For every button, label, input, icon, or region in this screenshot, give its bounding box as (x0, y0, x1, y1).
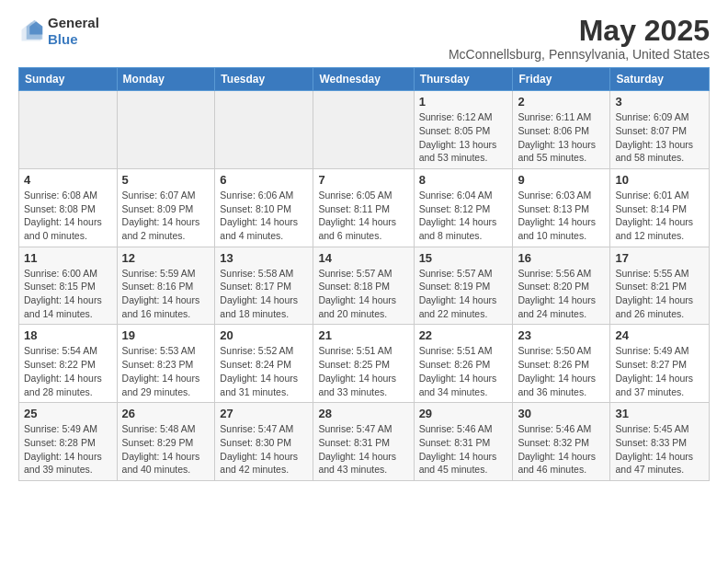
day-info: Sunrise: 5:51 AM Sunset: 8:26 PM Dayligh… (419, 344, 508, 398)
col-header-wednesday: Wednesday (313, 68, 414, 91)
day-cell: 31Sunrise: 5:45 AM Sunset: 8:33 PM Dayli… (610, 403, 710, 481)
week-row-5: 25Sunrise: 5:49 AM Sunset: 8:28 PM Dayli… (19, 403, 710, 481)
day-cell (313, 91, 414, 169)
day-info: Sunrise: 6:07 AM Sunset: 8:09 PM Dayligh… (122, 189, 210, 243)
day-info: Sunrise: 5:47 AM Sunset: 8:31 PM Dayligh… (318, 422, 408, 477)
logo-text: General Blue (48, 15, 99, 47)
day-info: Sunrise: 5:50 AM Sunset: 8:26 PM Dayligh… (518, 344, 605, 398)
subtitle: McConnellsburg, Pennsylvania, United Sta… (449, 47, 710, 62)
day-number: 9 (518, 173, 605, 187)
day-number: 21 (318, 328, 408, 342)
day-number: 14 (318, 251, 408, 265)
day-number: 20 (220, 328, 308, 342)
col-header-monday: Monday (117, 68, 215, 91)
calendar-header-row: SundayMondayTuesdayWednesdayThursdayFrid… (19, 68, 710, 91)
day-cell: 20Sunrise: 5:52 AM Sunset: 8:24 PM Dayli… (215, 325, 313, 403)
col-header-saturday: Saturday (610, 68, 710, 91)
col-header-tuesday: Tuesday (215, 68, 313, 91)
day-cell: 23Sunrise: 5:50 AM Sunset: 8:26 PM Dayli… (513, 325, 610, 403)
day-cell: 17Sunrise: 5:55 AM Sunset: 8:21 PM Dayli… (610, 247, 710, 325)
day-cell: 21Sunrise: 5:51 AM Sunset: 8:25 PM Dayli… (313, 325, 414, 403)
day-cell: 11Sunrise: 6:00 AM Sunset: 8:15 PM Dayli… (19, 247, 118, 325)
day-cell: 16Sunrise: 5:56 AM Sunset: 8:20 PM Dayli… (513, 247, 610, 325)
day-cell: 13Sunrise: 5:58 AM Sunset: 8:17 PM Dayli… (215, 247, 313, 325)
calendar-table: SundayMondayTuesdayWednesdayThursdayFrid… (18, 67, 710, 481)
day-number: 23 (518, 328, 605, 342)
day-cell: 19Sunrise: 5:53 AM Sunset: 8:23 PM Dayli… (117, 325, 215, 403)
day-number: 8 (419, 173, 508, 187)
day-number: 26 (122, 407, 210, 420)
day-info: Sunrise: 5:49 AM Sunset: 8:27 PM Dayligh… (615, 344, 704, 398)
day-number: 6 (220, 173, 308, 187)
day-info: Sunrise: 5:53 AM Sunset: 8:23 PM Dayligh… (122, 344, 210, 398)
col-header-thursday: Thursday (414, 68, 513, 91)
day-cell: 6Sunrise: 6:06 AM Sunset: 8:10 PM Daylig… (215, 168, 313, 247)
day-cell (117, 91, 215, 169)
day-cell: 28Sunrise: 5:47 AM Sunset: 8:31 PM Dayli… (313, 403, 414, 481)
day-info: Sunrise: 5:52 AM Sunset: 8:24 PM Dayligh… (220, 344, 308, 398)
day-info: Sunrise: 5:59 AM Sunset: 8:16 PM Dayligh… (122, 267, 210, 321)
day-cell: 9Sunrise: 6:03 AM Sunset: 8:13 PM Daylig… (513, 168, 610, 247)
day-info: Sunrise: 5:55 AM Sunset: 8:21 PM Dayligh… (615, 267, 704, 321)
logo-blue: Blue (48, 31, 78, 47)
day-info: Sunrise: 6:03 AM Sunset: 8:13 PM Dayligh… (518, 189, 605, 243)
day-info: Sunrise: 6:04 AM Sunset: 8:12 PM Dayligh… (419, 189, 508, 243)
day-number: 3 (615, 95, 704, 109)
day-number: 4 (24, 173, 112, 187)
day-number: 22 (419, 328, 508, 342)
day-cell: 25Sunrise: 5:49 AM Sunset: 8:28 PM Dayli… (19, 403, 118, 481)
day-info: Sunrise: 5:45 AM Sunset: 8:33 PM Dayligh… (615, 422, 704, 477)
day-cell: 30Sunrise: 5:46 AM Sunset: 8:32 PM Dayli… (513, 403, 610, 481)
day-info: Sunrise: 5:57 AM Sunset: 8:18 PM Dayligh… (318, 267, 408, 321)
day-cell: 24Sunrise: 5:49 AM Sunset: 8:27 PM Dayli… (610, 325, 710, 403)
day-number: 13 (220, 251, 308, 265)
day-info: Sunrise: 5:46 AM Sunset: 8:32 PM Dayligh… (518, 422, 605, 477)
page: General Blue May 2025 McConnellsburg, Pe… (0, 0, 728, 496)
week-row-2: 4Sunrise: 6:08 AM Sunset: 8:08 PM Daylig… (19, 168, 710, 247)
day-number: 24 (615, 328, 704, 342)
logo: General Blue (18, 15, 99, 47)
day-info: Sunrise: 6:00 AM Sunset: 8:15 PM Dayligh… (24, 267, 112, 321)
day-number: 16 (518, 251, 605, 265)
day-number: 17 (615, 251, 704, 265)
day-cell: 22Sunrise: 5:51 AM Sunset: 8:26 PM Dayli… (414, 325, 513, 403)
day-number: 29 (419, 407, 508, 420)
header: General Blue May 2025 McConnellsburg, Pe… (18, 15, 710, 62)
day-number: 12 (122, 251, 210, 265)
day-cell: 5Sunrise: 6:07 AM Sunset: 8:09 PM Daylig… (117, 168, 215, 247)
day-info: Sunrise: 6:09 AM Sunset: 8:07 PM Dayligh… (615, 110, 704, 165)
day-info: Sunrise: 6:08 AM Sunset: 8:08 PM Dayligh… (24, 189, 112, 243)
day-info: Sunrise: 6:12 AM Sunset: 8:05 PM Dayligh… (419, 110, 508, 165)
day-cell: 2Sunrise: 6:11 AM Sunset: 8:06 PM Daylig… (513, 91, 610, 169)
day-number: 19 (122, 328, 210, 342)
day-info: Sunrise: 6:05 AM Sunset: 8:11 PM Dayligh… (318, 189, 408, 243)
day-cell: 18Sunrise: 5:54 AM Sunset: 8:22 PM Dayli… (19, 325, 118, 403)
day-number: 31 (615, 407, 704, 420)
day-cell: 4Sunrise: 6:08 AM Sunset: 8:08 PM Daylig… (19, 168, 118, 247)
day-info: Sunrise: 5:58 AM Sunset: 8:17 PM Dayligh… (220, 267, 308, 321)
day-number: 30 (518, 407, 605, 420)
week-row-4: 18Sunrise: 5:54 AM Sunset: 8:22 PM Dayli… (19, 325, 710, 403)
day-number: 15 (419, 251, 508, 265)
day-number: 11 (24, 251, 112, 265)
day-info: Sunrise: 5:46 AM Sunset: 8:31 PM Dayligh… (419, 422, 508, 477)
day-number: 10 (615, 173, 704, 187)
day-info: Sunrise: 6:01 AM Sunset: 8:14 PM Dayligh… (615, 189, 704, 243)
day-number: 18 (24, 328, 112, 342)
week-row-3: 11Sunrise: 6:00 AM Sunset: 8:15 PM Dayli… (19, 247, 710, 325)
day-cell: 1Sunrise: 6:12 AM Sunset: 8:05 PM Daylig… (414, 91, 513, 169)
day-number: 2 (518, 95, 605, 109)
day-info: Sunrise: 5:54 AM Sunset: 8:22 PM Dayligh… (24, 344, 112, 398)
day-cell: 29Sunrise: 5:46 AM Sunset: 8:31 PM Dayli… (414, 403, 513, 481)
day-cell: 12Sunrise: 5:59 AM Sunset: 8:16 PM Dayli… (117, 247, 215, 325)
title-block: May 2025 McConnellsburg, Pennsylvania, U… (449, 15, 710, 62)
main-title: May 2025 (449, 15, 710, 47)
col-header-friday: Friday (513, 68, 610, 91)
day-info: Sunrise: 5:47 AM Sunset: 8:30 PM Dayligh… (220, 422, 308, 477)
day-cell: 15Sunrise: 5:57 AM Sunset: 8:19 PM Dayli… (414, 247, 513, 325)
day-number: 1 (419, 95, 508, 109)
day-number: 25 (24, 407, 112, 420)
logo-icon (18, 18, 44, 44)
day-number: 28 (318, 407, 408, 420)
day-cell (215, 91, 313, 169)
